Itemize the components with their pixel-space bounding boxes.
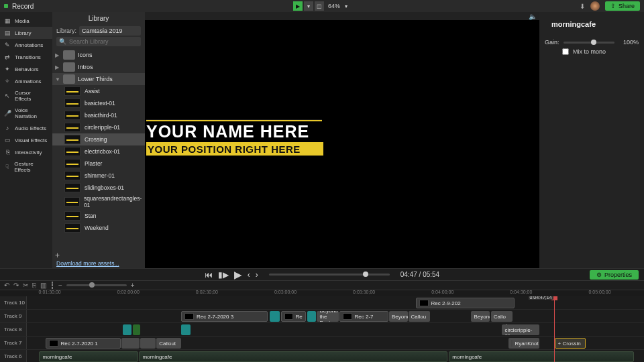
media-icon: ▦ <box>4 17 11 24</box>
library-select[interactable]: Camtasia 2019 <box>79 26 141 36</box>
nav-item-voice-narration[interactable]: 🎤Voice Narration <box>0 105 52 122</box>
play-button[interactable]: ▶ <box>234 269 242 281</box>
library-search-input[interactable] <box>66 38 144 45</box>
record-button[interactable]: Record <box>12 3 34 10</box>
ruler-tick: 0:01:30;00 <box>39 290 61 294</box>
gain-slider[interactable] <box>564 42 614 44</box>
asset-squaresandrectangles-01[interactable]: squaresandrectangles-01 <box>52 194 145 210</box>
clip[interactable] <box>181 324 191 335</box>
prev-clip-button[interactable]: ⏮ <box>205 270 213 280</box>
clip-thumb <box>184 313 194 320</box>
clip[interactable]: Callo <box>491 311 513 322</box>
asset-basictext-01[interactable]: basictext-01 <box>52 97 145 109</box>
track-label[interactable]: Track 9 <box>0 310 27 322</box>
asset-weekend[interactable]: Weekend <box>52 222 145 234</box>
ruler-tick: 0:02:00;00 <box>117 290 140 294</box>
nav-item-annotations[interactable]: ✎Annotations <box>0 39 52 51</box>
clip[interactable]: morningcafe <box>39 351 138 362</box>
nav-item-audio-effects[interactable]: ♪Audio Effects <box>0 122 52 134</box>
asset-crossing[interactable]: Crossing <box>52 133 145 145</box>
nav-item-interactivity[interactable]: ⎘Interactivity <box>0 146 52 158</box>
clip[interactable]: Beyond <box>471 311 490 322</box>
step-back-button[interactable]: ▮▶ <box>218 270 229 280</box>
zoom-dropdown-icon[interactable]: ▾ <box>341 1 351 11</box>
track-lane[interactable]: Rec 2-7-2020 1CalloutRyanKnot+ Crossin <box>27 337 644 349</box>
speaker-icon[interactable]: 🔈 <box>529 13 537 20</box>
folder-icons[interactable]: ▶Icons <box>52 49 145 61</box>
folder-lower-thirds[interactable]: ▼Lower Thirds <box>52 73 145 85</box>
nav-item-library[interactable]: ▤Library <box>0 27 52 39</box>
nav-item-behaviors[interactable]: ✦Behaviors <box>0 63 52 75</box>
canvas-zoom-value[interactable]: 64% <box>328 3 340 9</box>
asset-assist[interactable]: Assist <box>52 85 145 97</box>
timeline-zoom-slider[interactable] <box>66 284 127 286</box>
asset-stan[interactable]: Stan <box>52 210 145 222</box>
pan-mode-icon[interactable]: ▾ <box>304 1 313 11</box>
add-asset-button[interactable]: + <box>55 251 60 260</box>
asset-shimmer-01[interactable]: shimmer-01 <box>52 170 145 182</box>
split-icon[interactable]: ┇ <box>50 282 54 289</box>
prev-frame-button[interactable]: ‹ <box>248 270 250 280</box>
share-button[interactable]: ⇪Share <box>605 1 640 11</box>
crop-mode-icon[interactable]: ◫ <box>315 1 324 11</box>
mix-to-mono-checkbox[interactable] <box>562 48 569 55</box>
asset-electricbox-01[interactable]: electricbox-01 <box>52 145 145 158</box>
clip[interactable] <box>270 311 280 322</box>
asset-circleripple-01[interactable]: circleripple-01 <box>52 121 145 133</box>
clip[interactable] <box>123 324 132 335</box>
clip[interactable]: Callou <box>409 311 430 322</box>
nav-item-media[interactable]: ▦Media <box>0 15 52 27</box>
clip[interactable]: Rec 2-7 <box>339 311 389 322</box>
clip[interactable]: Re <box>281 311 306 322</box>
folder-intros[interactable]: ▶Intros <box>52 61 145 73</box>
nav-item-gesture-effects[interactable]: ☟Gesture Effects <box>0 158 52 176</box>
undo-icon[interactable]: ↶ <box>4 282 9 289</box>
seek-bar[interactable] <box>269 274 390 276</box>
download-icon[interactable]: ⬇ <box>580 3 585 10</box>
preview-canvas[interactable]: YOUR NAME HERE YOUR POSITION RIGHT HERE <box>145 20 539 268</box>
clip[interactable]: RyanKnot <box>508 338 539 349</box>
track-lane[interactable]: morningcafemorningcafemorningcafe <box>27 350 644 362</box>
clip[interactable]: morningcafe <box>139 351 447 362</box>
asset-plaster[interactable]: Plaster <box>52 158 145 170</box>
clip[interactable]: Rec 2-7-2020 1 <box>46 338 121 349</box>
clip[interactable]: Rec 2-7-2020 3 <box>181 311 268 322</box>
paste-icon[interactable]: ▥ <box>40 282 46 289</box>
track-label[interactable]: Track 8 <box>0 323 27 336</box>
zoom-out-icon[interactable]: − <box>58 282 62 289</box>
clip[interactable]: morningcafe <box>449 351 634 362</box>
track-lane[interactable]: + circleripple-01 <box>27 323 644 336</box>
asset-basicthird-01[interactable]: basicthird-01 <box>52 109 145 121</box>
clip[interactable]: Rec 2-9-202 <box>416 298 515 308</box>
track-label[interactable]: Track 6 <box>0 350 27 362</box>
download-more-link[interactable]: Download more assets... <box>52 259 145 268</box>
nav-item-cursor-effects[interactable]: ↖Cursor Effects <box>0 87 52 105</box>
nav-item-visual-effects[interactable]: ▭Visual Effects <box>0 134 52 146</box>
clip[interactable]: + circleripple-01 <box>502 324 539 335</box>
clip[interactable]: Callout <box>156 338 181 349</box>
clip[interactable]: + Crossin <box>555 338 586 349</box>
clip[interactable] <box>140 338 156 349</box>
nav-item-transitions[interactable]: ⇄Transitions <box>0 51 52 63</box>
gear-icon: ⚙ <box>596 272 602 278</box>
avatar[interactable] <box>590 1 600 11</box>
asset-slidingboxes-01[interactable]: slidingboxes-01 <box>52 182 145 194</box>
edit-mode-icon[interactable]: ▶ <box>293 1 303 11</box>
track-lane[interactable]: Rec 2-7-2020 3ReBeyond the BasicsRec 2-7… <box>27 310 644 322</box>
playhead-time: 0:04:47;14 <box>529 296 553 300</box>
next-frame-button[interactable]: › <box>256 270 258 280</box>
track-label[interactable]: Track 7 <box>0 337 27 349</box>
redo-icon[interactable]: ↷ <box>13 282 19 289</box>
clip[interactable]: Beyond the Basics <box>317 311 338 322</box>
track-label[interactable]: Track 10 <box>0 296 27 309</box>
clip[interactable] <box>121 338 140 349</box>
cut-icon[interactable]: ✂ <box>23 282 28 289</box>
cursor-effects-icon: ↖ <box>4 93 11 99</box>
zoom-in-icon[interactable]: + <box>131 282 135 289</box>
clip[interactable] <box>133 324 140 335</box>
properties-button[interactable]: ⚙Properties <box>590 270 639 280</box>
clip[interactable]: Beyond <box>389 311 408 322</box>
nav-item-animations[interactable]: ✧Animations <box>0 75 52 87</box>
clip[interactable] <box>307 311 317 322</box>
copy-icon[interactable]: ⎘ <box>32 282 36 289</box>
